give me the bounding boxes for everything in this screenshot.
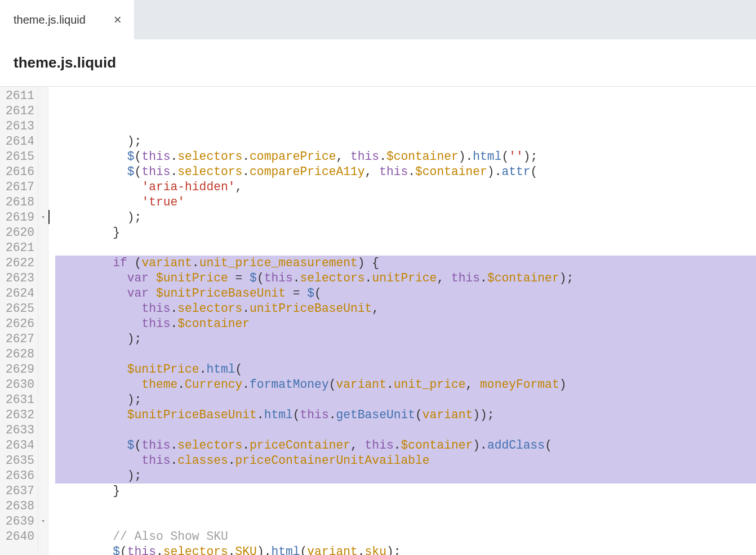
fold-marker bbox=[38, 408, 48, 423]
fold-marker bbox=[38, 240, 48, 256]
tab-bar: theme.js.liquid × bbox=[0, 0, 756, 39]
fold-marker bbox=[38, 149, 48, 164]
line-number: 2631 bbox=[2, 392, 35, 408]
line-number: 2621 bbox=[2, 240, 35, 256]
code-line[interactable]: ); bbox=[55, 210, 756, 225]
close-icon[interactable]: × bbox=[114, 13, 122, 26]
code-line[interactable] bbox=[55, 347, 756, 362]
line-number: 2624 bbox=[2, 286, 35, 301]
code-line[interactable]: var $unitPriceBaseUnit = $( bbox=[55, 286, 756, 301]
line-number: 2620 bbox=[2, 225, 35, 240]
code-area[interactable]: ); $(this.selectors.comparePrice, this.$… bbox=[48, 87, 756, 555]
line-number: 2636 bbox=[2, 468, 35, 484]
code-line[interactable]: $(this.selectors.SKU).html(variant.sku); bbox=[55, 544, 756, 555]
tab-theme-js-liquid[interactable]: theme.js.liquid × bbox=[0, 0, 134, 39]
line-number: 2639 bbox=[2, 514, 35, 529]
fold-marker bbox=[38, 468, 48, 484]
code-line[interactable]: ); bbox=[55, 468, 756, 484]
fold-marker bbox=[38, 119, 48, 134]
code-line[interactable]: if (variant.unit_price_measurement) { bbox=[55, 256, 756, 271]
line-number: 2637 bbox=[2, 484, 35, 499]
code-line[interactable]: this.selectors.unitPriceBaseUnit, bbox=[55, 301, 756, 316]
fold-marker bbox=[38, 271, 48, 286]
code-line[interactable]: this.$container bbox=[55, 316, 756, 332]
code-line[interactable]: $unitPriceBaseUnit.html(this.getBaseUnit… bbox=[55, 408, 756, 423]
line-number: 2619 bbox=[2, 210, 35, 225]
line-number: 2618 bbox=[2, 195, 35, 210]
fold-marker bbox=[38, 164, 48, 180]
line-number: 2617 bbox=[2, 180, 35, 195]
fold-marker bbox=[38, 180, 48, 195]
code-line[interactable]: var $unitPrice = $(this.selectors.unitPr… bbox=[55, 271, 756, 286]
code-line[interactable]: ); bbox=[55, 392, 756, 408]
code-line[interactable] bbox=[55, 499, 756, 514]
line-number: 2613 bbox=[2, 119, 35, 134]
line-number: 2614 bbox=[2, 134, 35, 149]
code-line[interactable]: $(this.selectors.comparePrice, this.$con… bbox=[55, 149, 756, 164]
code-line[interactable]: // Also Show SKU bbox=[55, 529, 756, 544]
line-number: 2638 bbox=[2, 499, 35, 514]
line-number-gutter: 2611261226132614261526162617261826192620… bbox=[0, 87, 38, 555]
code-editor[interactable]: 2611261226132614261526162617261826192620… bbox=[0, 87, 756, 555]
line-number: 2611 bbox=[2, 88, 35, 104]
fold-marker bbox=[38, 377, 48, 392]
file-header: theme.js.liquid bbox=[0, 39, 756, 87]
line-number: 2627 bbox=[2, 332, 35, 347]
fold-marker bbox=[38, 423, 48, 438]
code-line[interactable]: } bbox=[55, 225, 756, 240]
code-line[interactable]: ); bbox=[55, 134, 756, 149]
fold-marker[interactable]: ▾ bbox=[38, 210, 48, 225]
code-line[interactable] bbox=[55, 240, 756, 256]
line-number: 2640 bbox=[2, 529, 35, 544]
fold-marker bbox=[38, 316, 48, 332]
fold-marker[interactable]: ▾ bbox=[38, 514, 48, 529]
fold-marker bbox=[38, 362, 48, 377]
fold-marker bbox=[38, 332, 48, 347]
line-number: 2632 bbox=[2, 408, 35, 423]
code-line[interactable]: 'aria-hidden', bbox=[55, 180, 756, 195]
fold-marker bbox=[38, 195, 48, 210]
line-number: 2622 bbox=[2, 256, 35, 271]
line-number: 2633 bbox=[2, 423, 35, 438]
fold-marker bbox=[38, 88, 48, 104]
fold-marker bbox=[38, 286, 48, 301]
line-number: 2630 bbox=[2, 377, 35, 392]
code-line[interactable]: this.classes.priceContainerUnitAvailable bbox=[55, 453, 756, 468]
tab-label: theme.js.liquid bbox=[14, 14, 86, 26]
fold-marker bbox=[38, 499, 48, 514]
fold-marker bbox=[38, 134, 48, 149]
fold-marker bbox=[38, 453, 48, 468]
line-number: 2623 bbox=[2, 271, 35, 286]
text-cursor bbox=[48, 210, 50, 224]
fold-marker bbox=[38, 438, 48, 453]
fold-marker bbox=[38, 301, 48, 316]
fold-marker bbox=[38, 529, 48, 544]
line-number: 2612 bbox=[2, 104, 35, 119]
fold-marker bbox=[38, 484, 48, 499]
line-number: 2628 bbox=[2, 347, 35, 362]
line-number: 2635 bbox=[2, 453, 35, 468]
fold-marker bbox=[38, 225, 48, 240]
fold-marker bbox=[38, 104, 48, 119]
fold-marker bbox=[38, 256, 48, 271]
code-line[interactable]: 'true' bbox=[55, 195, 756, 210]
fold-marker bbox=[38, 347, 48, 362]
code-line[interactable] bbox=[55, 514, 756, 529]
code-line[interactable]: } bbox=[55, 484, 756, 499]
code-line[interactable]: theme.Currency.formatMoney(variant.unit_… bbox=[55, 377, 756, 392]
fold-marker bbox=[38, 392, 48, 408]
code-line[interactable]: $unitPrice.html( bbox=[55, 362, 756, 377]
file-title: theme.js.liquid bbox=[14, 54, 116, 71]
code-line[interactable]: $(this.selectors.priceContainer, this.$c… bbox=[55, 438, 756, 453]
line-number: 2625 bbox=[2, 301, 35, 316]
fold-gutter: ▾▾ bbox=[38, 87, 48, 555]
code-line[interactable] bbox=[55, 423, 756, 438]
line-number: 2616 bbox=[2, 164, 35, 180]
code-line[interactable]: $(this.selectors.comparePriceA11y, this.… bbox=[55, 164, 756, 180]
code-line[interactable]: ); bbox=[55, 332, 756, 347]
line-number: 2615 bbox=[2, 149, 35, 164]
line-number: 2634 bbox=[2, 438, 35, 453]
line-number: 2629 bbox=[2, 362, 35, 377]
line-number: 2626 bbox=[2, 316, 35, 332]
